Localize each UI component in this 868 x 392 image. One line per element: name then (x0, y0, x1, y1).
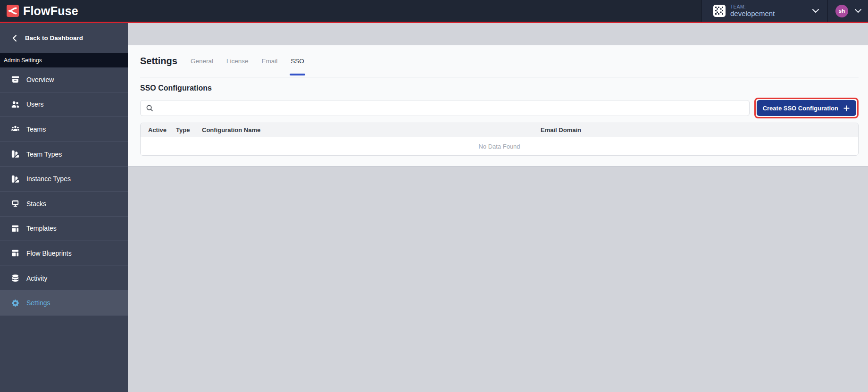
highlight-box: Create SSO Configuration (754, 98, 859, 118)
sidebar-item-label: Templates (26, 225, 57, 232)
sidebar-item-teams[interactable]: Teams (0, 117, 128, 142)
tab-sso[interactable]: SSO (284, 45, 311, 77)
sso-toolbar: Create SSO Configuration (140, 97, 859, 119)
sidebar-item-label: Flow Blueprints (26, 250, 72, 257)
search-icon (145, 104, 154, 112)
sidebar-item-team-types[interactable]: Team Types (0, 142, 128, 167)
sso-configurations-table: Active Type Configuration Name Email Dom… (140, 123, 859, 156)
sidebar-item-overview[interactable]: Overview (0, 67, 128, 92)
settings-tabs: General License Email SSO (184, 45, 311, 77)
plus-icon (843, 105, 850, 112)
color-swatch-icon (10, 150, 20, 159)
column-header-active: Active (148, 126, 176, 133)
sidebar-item-label: Overview (26, 76, 54, 83)
table-empty-state: No Data Found (141, 137, 858, 155)
admin-settings-label: Admin Settings (0, 53, 128, 67)
sidebar-item-label: Activity (26, 275, 47, 282)
sidebar-item-settings[interactable]: Settings (0, 291, 128, 316)
sidebar-item-label: Instance Types (26, 175, 71, 183)
sidebar-item-flow-blueprints[interactable]: Flow Blueprints (0, 241, 128, 266)
chevron-down-icon (855, 9, 861, 13)
archive-icon (10, 75, 20, 84)
app-root: FlowFuse (0, 0, 868, 392)
sidebar-item-stacks[interactable]: Stacks (0, 192, 128, 217)
sidebar-item-label: Teams (26, 125, 46, 133)
team-name: developement (730, 9, 775, 17)
tab-general[interactable]: General (184, 45, 220, 77)
search-input[interactable] (158, 105, 744, 112)
search-box[interactable] (140, 100, 750, 116)
sidebar-item-label: Team Types (26, 150, 62, 158)
desktop-icon (10, 199, 20, 209)
flowfuse-logo-icon (7, 5, 19, 17)
create-button-label: Create SSO Configuration (763, 105, 838, 112)
tab-email[interactable]: Email (255, 45, 284, 77)
column-header-configuration-name: Configuration Name (202, 126, 541, 133)
main-content: Settings General License Email SSO SSO C… (128, 23, 868, 392)
team-selector[interactable]: TEAM: developement (701, 0, 828, 22)
back-to-dashboard[interactable]: Back to Dashboard (0, 23, 128, 53)
sidebar-item-instance-types[interactable]: Instance Types (0, 167, 128, 192)
settings-panel: Settings General License Email SSO SSO C… (128, 45, 868, 167)
table-header-row: Active Type Configuration Name Email Dom… (141, 123, 858, 137)
team-label: TEAM: (730, 4, 775, 10)
top-bar-right: TEAM: developement sh (701, 0, 868, 22)
template-icon (10, 249, 20, 258)
top-bar: FlowFuse (0, 0, 868, 22)
sidebar-item-label: Users (26, 100, 44, 108)
sidebar-item-templates[interactable]: Templates (0, 217, 128, 242)
section-title: SSO Configurations (140, 84, 859, 94)
color-swatch-icon (10, 174, 20, 183)
avatar: sh (835, 5, 848, 17)
cog-icon (10, 298, 20, 308)
sidebar-item-label: Settings (26, 299, 50, 307)
sidebar-item-label: Stacks (26, 200, 46, 208)
back-label: Back to Dashboard (25, 34, 83, 42)
user-menu[interactable]: sh (828, 0, 868, 22)
page-title: Settings (140, 56, 177, 67)
create-sso-configuration-button[interactable]: Create SSO Configuration (757, 100, 856, 116)
tab-license[interactable]: License (220, 45, 255, 77)
sidebar-item-users[interactable]: Users (0, 92, 128, 117)
brand[interactable]: FlowFuse (0, 4, 78, 18)
user-group-icon (10, 125, 20, 134)
sidebar-nav: Overview Users Teams (0, 67, 128, 316)
chevron-left-icon (13, 35, 17, 42)
chevron-down-icon (812, 9, 819, 13)
settings-header: Settings General License Email SSO (140, 45, 859, 77)
database-icon (10, 274, 20, 283)
sidebar: Back to Dashboard Admin Settings Overvie… (0, 23, 128, 392)
users-icon (10, 100, 20, 109)
column-header-type: Type (176, 126, 202, 133)
team-identicon (713, 5, 726, 17)
sidebar-item-activity[interactable]: Activity (0, 266, 128, 291)
template-icon (10, 224, 20, 233)
column-header-email-domain: Email Domain (541, 126, 858, 133)
brand-wordmark: FlowFuse (23, 4, 78, 18)
